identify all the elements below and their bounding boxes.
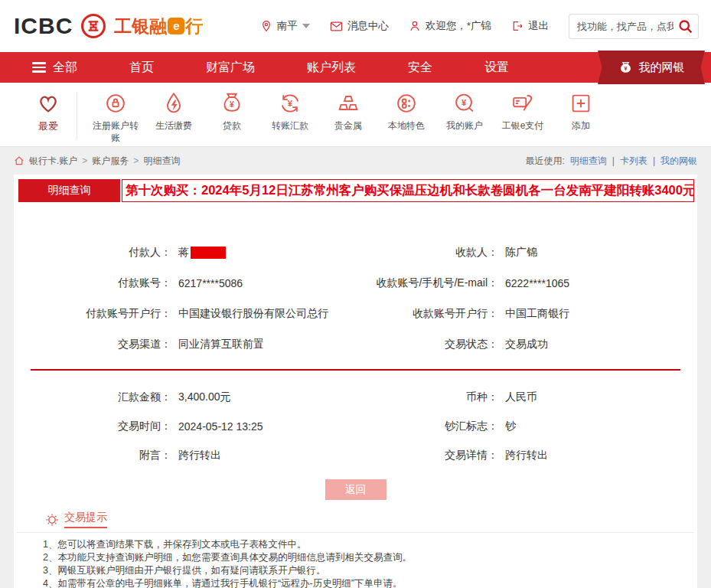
cash-flag-label: 钞汇标志： bbox=[358, 420, 505, 433]
quickbar-item-my-account[interactable]: ¥ 我的账户 bbox=[435, 90, 494, 132]
account-search-icon: ¥ bbox=[452, 90, 478, 116]
breadcrumb-item-account-services[interactable]: 账户服务 bbox=[92, 155, 129, 168]
tab-row: 明细查询 第十次购买：2024年5月12日江苏常州客户购买保温压边机和长款卷圆机… bbox=[14, 179, 697, 202]
field-row: 交易时间： 2024-05-12 13:25 钞汇标志： 钞 bbox=[14, 412, 697, 441]
main-nav: 全部 首页 财富广场 账户列表 安全 设置 ¥ 我的网银 bbox=[0, 52, 711, 83]
header-utilities: 南平 消息中心 欢迎您，*广锦 bbox=[260, 14, 699, 39]
user-icon bbox=[409, 20, 421, 32]
quickbar-item-register-transfer[interactable]: 注册账户转账 bbox=[86, 90, 145, 144]
location-label: 南平 bbox=[277, 19, 298, 33]
recently-used: 最近使用: 明细查询 | 卡列表 | 我的网银 bbox=[525, 155, 697, 168]
quickbar-item-add[interactable]: 添加 bbox=[552, 90, 610, 132]
field-row: 付款账号： 6217****5086 收款账号/手机号/E-mail： 6222… bbox=[14, 268, 697, 299]
nav-item-accounts[interactable]: 账户列表 bbox=[281, 60, 382, 76]
bulb-icon bbox=[44, 512, 60, 528]
tab-detail-query[interactable]: 明细查询 bbox=[18, 179, 120, 202]
payer-label: 付款人： bbox=[14, 246, 178, 260]
money-bag-icon: ¥ bbox=[618, 60, 633, 75]
txn-detail-value: 跨行转出 bbox=[505, 449, 697, 462]
epay-card-icon bbox=[510, 90, 536, 116]
home-icon[interactable] bbox=[14, 155, 24, 166]
welcome-user[interactable]: 欢迎您，*广锦 bbox=[409, 19, 491, 33]
txn-detail-label: 交易详情： bbox=[358, 449, 505, 462]
location-selector[interactable]: 南平 bbox=[260, 19, 310, 33]
field-row: 交易渠道： 同业清算互联前置 交易状态： 交易成功 bbox=[14, 329, 697, 360]
heart-icon bbox=[34, 90, 62, 116]
quickbar-favorite[interactable]: 最爱 bbox=[23, 90, 73, 133]
tip-item: 3、网银互联账户明细由开户银行提供，如有疑问请联系开户银行。 bbox=[43, 564, 694, 577]
payee-account-value: 6222****1065 bbox=[505, 277, 697, 289]
message-center-label: 消息中心 bbox=[347, 19, 389, 33]
nav-item-home[interactable]: 首页 bbox=[103, 60, 180, 76]
status-value: 交易成功 bbox=[505, 338, 697, 351]
memo-value: 跨行转出 bbox=[178, 449, 358, 462]
payer-bank-value: 中国建设银行股份有限公司总行 bbox=[178, 307, 358, 321]
tips-title: 交易提示 bbox=[64, 511, 107, 528]
header-search bbox=[569, 14, 699, 39]
quickbar-item-transfer[interactable]: ¥ 转账汇款 bbox=[261, 90, 319, 132]
logout-button[interactable]: 退出 bbox=[511, 19, 549, 33]
currency-value: 人民币 bbox=[505, 390, 697, 404]
tip-item: 2、本功能只支持查询账户明细，如您需要查询具体交易的明细信息请到相关交易查询。 bbox=[43, 551, 694, 564]
tip-item: 4、如需带有公章的电子明细账单，请通过我行手机银行“远程办-历史明细”下单申请。 bbox=[43, 577, 694, 588]
tip-item: 1、您可以将查询结果下载，并保存到文本或电子表格文件中。 bbox=[43, 538, 694, 551]
chevron-down-icon bbox=[302, 24, 310, 32]
field-row: 汇款金额： 3,400.00元 币种： 人民币 bbox=[14, 383, 697, 412]
logout-icon bbox=[511, 20, 523, 32]
hamburger-menu-icon bbox=[32, 60, 46, 75]
nav-item-security[interactable]: 安全 bbox=[382, 60, 458, 76]
tips-header: 交易提示 bbox=[17, 511, 694, 533]
payee-bank-value: 中国工商银行 bbox=[505, 307, 697, 321]
payee-account-label: 收款账号/手机号/E-mail： bbox=[358, 276, 505, 290]
payer-bank-label: 付款账号开户行： bbox=[14, 307, 178, 321]
breadcrumb-item-detail-query[interactable]: 明细查询 bbox=[143, 155, 180, 168]
svg-text:¥: ¥ bbox=[461, 98, 467, 107]
payer-value: 蒋 bbox=[178, 246, 358, 260]
quickbar-item-life-payment[interactable]: 生活缴费 bbox=[145, 90, 203, 132]
time-label: 交易时间： bbox=[14, 420, 178, 433]
channel-label: 交易渠道： bbox=[14, 338, 178, 351]
fields-section-1: 付款人： 蒋 收款人： 陈广锦 付款账号： 6217****5086 收款账号/… bbox=[14, 237, 697, 360]
nav-item-settings[interactable]: 设置 bbox=[458, 60, 535, 76]
message-center-link[interactable]: 消息中心 bbox=[330, 19, 389, 33]
my-ebank-ribbon[interactable]: ¥ 我的网银 bbox=[598, 51, 705, 84]
nav-item-all[interactable]: 全部 bbox=[32, 60, 103, 76]
nav-item-wealth[interactable]: 财富广场 bbox=[180, 60, 281, 76]
quickbar-item-precious-metals[interactable]: 贵金属 bbox=[319, 90, 377, 132]
breadcrumb-item-accounts[interactable]: 银行卡.账户 bbox=[29, 155, 77, 168]
field-row: 附言： 跨行转出 交易详情： 跨行转出 bbox=[14, 441, 697, 470]
quickbar-item-epay[interactable]: 工银e支付 bbox=[494, 90, 552, 132]
payee-value: 陈广锦 bbox=[505, 246, 697, 260]
amount-label: 汇款金额： bbox=[14, 390, 178, 404]
envelope-icon bbox=[330, 21, 343, 32]
droplet-bolt-icon bbox=[161, 90, 187, 116]
quick-icon-bar: 最爱 注册账户转账 生活缴费 ¥ 贷款 bbox=[0, 83, 711, 147]
red-divider bbox=[31, 369, 680, 371]
time-value: 2024-05-12 13:25 bbox=[178, 420, 358, 433]
icbc-roundel-icon bbox=[80, 13, 106, 39]
gold-bars-icon bbox=[335, 90, 361, 116]
nav-all-label: 全部 bbox=[53, 60, 77, 76]
tips-section: 交易提示 1、您可以将查询结果下载，并保存到文本或电子表格文件中。 2、本功能只… bbox=[14, 511, 697, 588]
cash-flag-value: 钞 bbox=[505, 420, 697, 433]
payer-account-value: 6217****5086 bbox=[178, 277, 358, 289]
recent-link-detail-query[interactable]: 明细查询 bbox=[570, 155, 607, 168]
search-icon[interactable] bbox=[677, 18, 693, 34]
purchase-headline: 第十次购买：2024年5月12日江苏常州客户购买保温压边机和长款卷圆机各一台发南… bbox=[122, 179, 694, 202]
divider bbox=[77, 92, 77, 139]
icbc-logo-text: ICBC bbox=[14, 13, 73, 39]
memo-label: 附言： bbox=[14, 449, 178, 462]
money-bag-loan-icon: ¥ bbox=[219, 90, 245, 116]
recent-link-my-ebank[interactable]: 我的网银 bbox=[660, 155, 697, 168]
local-feature-icon bbox=[393, 90, 419, 116]
detail-panel: 明细查询 第十次购买：2024年5月12日江苏常州客户购买保温压边机和长款卷圆机… bbox=[14, 175, 697, 588]
back-button[interactable]: 返回 bbox=[325, 479, 386, 500]
transfer-cycle-icon: ¥ bbox=[277, 90, 303, 116]
channel-value: 同业清算互联前置 bbox=[178, 338, 358, 351]
recent-link-card-list[interactable]: 卡列表 bbox=[620, 155, 647, 168]
svg-text:¥: ¥ bbox=[624, 66, 627, 72]
quickbar-item-loan[interactable]: ¥ 贷款 bbox=[203, 90, 261, 132]
amount-value: 3,400.00元 bbox=[178, 390, 358, 404]
quickbar-item-local-features[interactable]: 本地特色 bbox=[377, 90, 435, 132]
brand-suffix: 行 bbox=[185, 15, 203, 38]
